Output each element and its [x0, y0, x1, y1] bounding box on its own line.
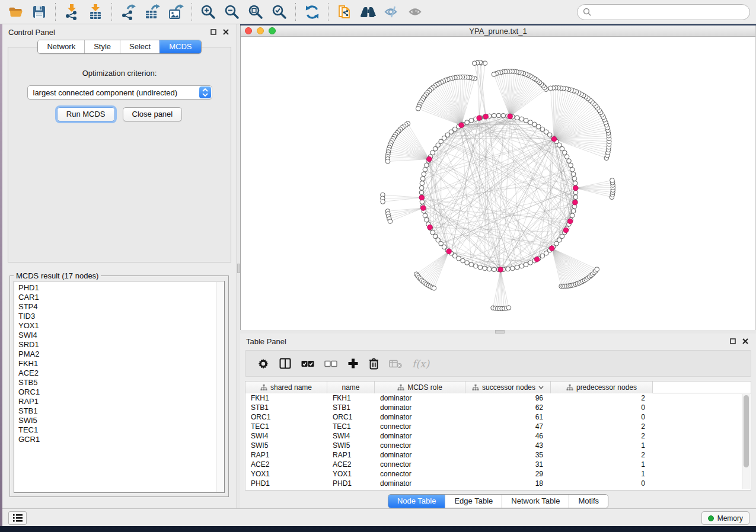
memory-label: Memory	[717, 514, 743, 523]
mcds-list-scrollbar[interactable]	[216, 282, 224, 492]
table-row[interactable]: SWI4SWI4dominator462	[245, 431, 751, 441]
open-file-icon[interactable]	[4, 1, 27, 23]
mcds-result-item[interactable]: ACE2	[18, 368, 215, 378]
float-panel-icon[interactable]	[209, 27, 218, 37]
tab-select[interactable]: Select	[120, 40, 160, 53]
mcds-result-item[interactable]: RAP1	[18, 397, 215, 406]
search-input[interactable]	[592, 7, 749, 18]
export-network-icon[interactable]	[116, 1, 140, 23]
export-table-icon[interactable]	[140, 1, 164, 23]
network-search-box[interactable]	[577, 4, 750, 20]
column-type-icon	[472, 384, 479, 391]
control-panel: Control Panel NetworkStyleSelectMCDS Opt…	[2, 24, 237, 508]
mcds-result-item[interactable]: YOX1	[18, 321, 215, 331]
mcds-result-item[interactable]: PMA2	[18, 350, 215, 359]
table-cell: 0	[551, 403, 653, 412]
refresh-layout-icon[interactable]	[300, 1, 324, 23]
column-header-predecessor-nodes[interactable]: predecessor nodes	[551, 382, 653, 393]
column-header-successor-nodes[interactable]: successor nodes	[465, 382, 551, 393]
import-network-icon[interactable]	[60, 1, 84, 23]
zoom-in-icon[interactable]	[196, 1, 220, 23]
add-row-icon[interactable]	[347, 358, 359, 369]
zoom-out-icon[interactable]	[220, 1, 244, 23]
table-row[interactable]: ORC1ORC1dominator610	[245, 412, 751, 422]
table-row[interactable]: RAP1RAP1dominator352	[245, 450, 751, 460]
table-cell: 0	[551, 412, 653, 422]
table-cell: 96	[465, 393, 551, 403]
table-row[interactable]: FKH1FKH1dominator962	[245, 393, 751, 403]
table-row[interactable]: YOX1YOX1connector291	[245, 469, 751, 479]
tab-network[interactable]: Network	[38, 40, 84, 53]
column-type-icon	[566, 384, 573, 391]
show-graphics-details-icon[interactable]	[404, 1, 428, 23]
column-header-shared-name[interactable]: shared name	[245, 382, 327, 393]
optimization-criterion-select[interactable]: largest connected component (undirected)	[27, 85, 212, 100]
table-row[interactable]: ACE2ACE2connector311	[245, 460, 751, 469]
tab-mcds[interactable]: MCDS	[160, 40, 200, 53]
tab-network-table[interactable]: Network Table	[502, 495, 569, 508]
close-panel-button[interactable]: Close panel	[123, 107, 183, 121]
network-window-titlebar[interactable]: YPA_prune.txt_1	[241, 25, 755, 37]
close-panel-icon[interactable]	[741, 336, 750, 346]
table-panel-title: Table Panel	[246, 337, 286, 346]
table-cell: dominator	[375, 479, 465, 488]
mcds-result-item[interactable]: FKH1	[18, 359, 215, 368]
table-row[interactable]: STB1STB1dominator620	[245, 403, 751, 412]
select-all-checkboxes-icon[interactable]	[301, 360, 314, 367]
mcds-result-item[interactable]: STB1	[18, 406, 215, 416]
tab-edge-table[interactable]: Edge Table	[445, 495, 502, 508]
mcds-result-item[interactable]: ORC1	[18, 387, 215, 397]
column-header-mcds-role[interactable]: MCDS role	[375, 382, 465, 393]
mcds-result-item[interactable]: CAR1	[18, 293, 215, 302]
tab-style[interactable]: Style	[84, 40, 120, 53]
hide-details-icon[interactable]	[380, 1, 404, 23]
table-cell: ACE2	[327, 460, 375, 469]
table-row[interactable]: SWI5SWI5connector431	[245, 441, 751, 450]
table-cell: 46	[465, 431, 551, 441]
mcds-result-item[interactable]: GCR1	[18, 435, 215, 444]
tab-motifs[interactable]: Motifs	[569, 495, 608, 508]
search-binoculars-icon[interactable]	[356, 1, 380, 23]
table-row[interactable]: TEC1TEC1connector472	[245, 422, 751, 431]
mcds-result-item[interactable]: STB5	[18, 378, 215, 387]
zoom-fit-icon[interactable]	[244, 1, 267, 23]
save-session-icon[interactable]	[27, 1, 51, 23]
task-history-button[interactable]	[8, 511, 27, 525]
node-table-body: FKH1FKH1dominator962STB1STB1dominator620…	[245, 393, 751, 488]
float-panel-icon[interactable]	[728, 336, 738, 346]
show-columns-icon[interactable]	[279, 358, 291, 369]
table-toolbar: f(x)	[245, 350, 751, 377]
table-cell: TEC1	[327, 422, 375, 431]
mcds-result-item[interactable]: TID3	[18, 312, 215, 321]
function-builder-icon: f(x)	[412, 358, 429, 370]
clone-network-icon[interactable]	[333, 1, 356, 23]
table-cell: dominator	[375, 393, 465, 403]
control-panel-tabs: NetworkStyleSelectMCDS	[37, 40, 201, 54]
mcds-result-item[interactable]: SRD1	[18, 340, 215, 350]
memory-button[interactable]: Memory	[701, 511, 749, 525]
mcds-result-item[interactable]: STP4	[18, 302, 215, 312]
table-scrollbar[interactable]	[742, 394, 750, 489]
zoom-selected-icon[interactable]	[267, 1, 291, 23]
tab-node-table[interactable]: Node Table	[388, 495, 445, 508]
table-row[interactable]: PHD1PHD1dominator180	[245, 479, 751, 488]
deselect-all-checkboxes-icon[interactable]	[324, 360, 337, 367]
close-panel-icon[interactable]	[221, 27, 231, 37]
table-cell: FKH1	[245, 393, 327, 403]
table-cell: 1	[551, 469, 653, 479]
import-table-icon[interactable]	[84, 1, 107, 23]
mcds-result-item[interactable]: TEC1	[18, 425, 215, 435]
mcds-result-item[interactable]: PHD1	[18, 283, 215, 293]
column-header-name[interactable]: name	[327, 382, 375, 393]
table-settings-gear-icon[interactable]	[257, 358, 269, 370]
network-canvas[interactable]	[241, 37, 755, 329]
mcds-result-item[interactable]: SWI4	[18, 331, 215, 340]
table-cell: dominator	[375, 450, 465, 460]
run-mcds-button[interactable]: Run MCDS	[57, 107, 115, 121]
scrollbar-thumb[interactable]	[744, 395, 749, 467]
delete-rows-icon[interactable]	[369, 358, 379, 370]
table-cell: ORC1	[245, 412, 327, 422]
mcds-result-item[interactable]: SWI5	[18, 416, 215, 425]
export-image-icon[interactable]	[164, 1, 187, 23]
sort-desc-icon	[538, 386, 544, 389]
